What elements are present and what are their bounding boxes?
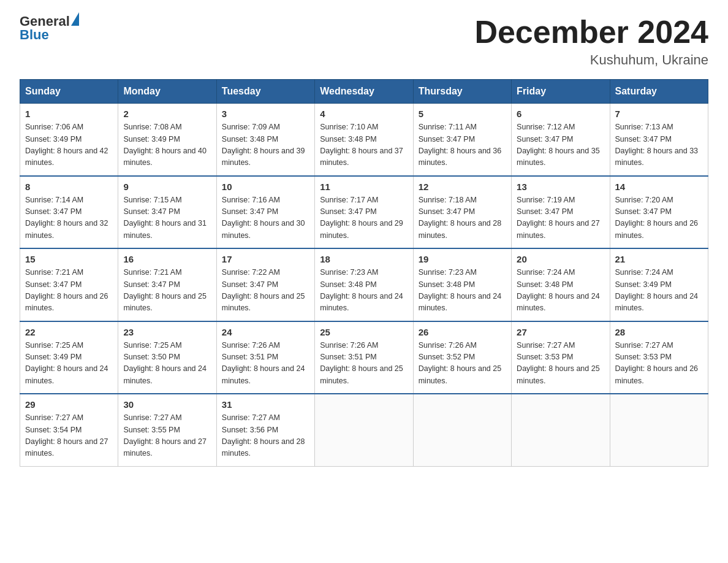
day-number: 31 bbox=[222, 399, 309, 410]
day-number: 6 bbox=[517, 109, 604, 119]
day-number: 10 bbox=[222, 182, 309, 192]
table-row: 11Sunrise: 7:17 AMSunset: 3:47 PMDayligh… bbox=[315, 176, 413, 249]
day-number: 23 bbox=[123, 327, 211, 337]
table-row: 15Sunrise: 7:21 AMSunset: 3:47 PMDayligh… bbox=[20, 248, 118, 321]
table-row: 14Sunrise: 7:20 AMSunset: 3:47 PMDayligh… bbox=[610, 176, 708, 249]
calendar-week-row: 29Sunrise: 7:27 AMSunset: 3:54 PMDayligh… bbox=[20, 394, 708, 466]
day-info: Sunrise: 7:26 AMSunset: 3:51 PMDaylight:… bbox=[320, 340, 408, 388]
location-title: Kushuhum, Ukraine bbox=[474, 52, 708, 68]
day-number: 24 bbox=[222, 327, 309, 337]
day-info: Sunrise: 7:20 AMSunset: 3:47 PMDaylight:… bbox=[615, 194, 703, 242]
day-info: Sunrise: 7:15 AMSunset: 3:47 PMDaylight:… bbox=[123, 194, 211, 242]
calendar-week-row: 1Sunrise: 7:06 AMSunset: 3:49 PMDaylight… bbox=[20, 104, 708, 176]
table-row: 23Sunrise: 7:25 AMSunset: 3:50 PMDayligh… bbox=[118, 321, 216, 394]
day-number: 28 bbox=[615, 327, 703, 337]
day-info: Sunrise: 7:09 AMSunset: 3:48 PMDaylight:… bbox=[222, 121, 309, 169]
day-info: Sunrise: 7:21 AMSunset: 3:47 PMDaylight:… bbox=[25, 267, 113, 315]
table-row: 30Sunrise: 7:27 AMSunset: 3:55 PMDayligh… bbox=[118, 394, 216, 466]
day-number: 14 bbox=[615, 182, 703, 192]
day-number: 8 bbox=[25, 182, 113, 192]
table-row: 21Sunrise: 7:24 AMSunset: 3:49 PMDayligh… bbox=[610, 248, 708, 321]
calendar-week-row: 15Sunrise: 7:21 AMSunset: 3:47 PMDayligh… bbox=[20, 248, 708, 321]
day-info: Sunrise: 7:25 AMSunset: 3:50 PMDaylight:… bbox=[123, 340, 211, 388]
day-info: Sunrise: 7:25 AMSunset: 3:49 PMDaylight:… bbox=[25, 340, 113, 388]
logo-general-text: General bbox=[20, 15, 70, 28]
calendar-table: Sunday Monday Tuesday Wednesday Thursday… bbox=[20, 79, 708, 467]
table-row: 9Sunrise: 7:15 AMSunset: 3:47 PMDaylight… bbox=[118, 176, 216, 249]
table-row: 31Sunrise: 7:27 AMSunset: 3:56 PMDayligh… bbox=[216, 394, 314, 466]
calendar-title-area: December 2024 Kushuhum, Ukraine bbox=[474, 15, 708, 68]
day-number: 12 bbox=[419, 182, 506, 192]
day-info: Sunrise: 7:24 AMSunset: 3:48 PMDaylight:… bbox=[517, 267, 604, 315]
table-row: 18Sunrise: 7:23 AMSunset: 3:48 PMDayligh… bbox=[315, 248, 413, 321]
day-info: Sunrise: 7:14 AMSunset: 3:47 PMDaylight:… bbox=[25, 194, 113, 242]
day-number: 30 bbox=[123, 399, 211, 410]
table-row: 22Sunrise: 7:25 AMSunset: 3:49 PMDayligh… bbox=[20, 321, 118, 394]
month-title: December 2024 bbox=[474, 15, 708, 50]
table-row: 20Sunrise: 7:24 AMSunset: 3:48 PMDayligh… bbox=[512, 248, 610, 321]
table-row: 17Sunrise: 7:22 AMSunset: 3:47 PMDayligh… bbox=[216, 248, 314, 321]
day-info: Sunrise: 7:27 AMSunset: 3:53 PMDaylight:… bbox=[517, 340, 604, 388]
day-info: Sunrise: 7:22 AMSunset: 3:47 PMDaylight:… bbox=[222, 267, 309, 315]
day-number: 21 bbox=[615, 254, 703, 264]
header-thursday: Thursday bbox=[413, 80, 511, 104]
day-info: Sunrise: 7:19 AMSunset: 3:47 PMDaylight:… bbox=[517, 194, 604, 242]
day-info: Sunrise: 7:10 AMSunset: 3:48 PMDaylight:… bbox=[320, 121, 408, 169]
day-number: 11 bbox=[320, 182, 408, 192]
day-number: 29 bbox=[25, 399, 113, 410]
day-info: Sunrise: 7:12 AMSunset: 3:47 PMDaylight:… bbox=[517, 121, 604, 169]
day-info: Sunrise: 7:23 AMSunset: 3:48 PMDaylight:… bbox=[419, 267, 506, 315]
day-number: 1 bbox=[25, 109, 113, 119]
table-row bbox=[610, 394, 708, 466]
table-row: 24Sunrise: 7:26 AMSunset: 3:51 PMDayligh… bbox=[216, 321, 314, 394]
table-row: 13Sunrise: 7:19 AMSunset: 3:47 PMDayligh… bbox=[512, 176, 610, 249]
day-number: 3 bbox=[222, 109, 309, 119]
logo-blue-text: Blue bbox=[20, 27, 49, 42]
day-number: 9 bbox=[123, 182, 211, 192]
day-number: 15 bbox=[25, 254, 113, 264]
day-number: 16 bbox=[123, 254, 211, 264]
table-row: 27Sunrise: 7:27 AMSunset: 3:53 PMDayligh… bbox=[512, 321, 610, 394]
table-row: 29Sunrise: 7:27 AMSunset: 3:54 PMDayligh… bbox=[20, 394, 118, 466]
day-number: 17 bbox=[222, 254, 309, 264]
header-monday: Monday bbox=[118, 80, 216, 104]
day-number: 2 bbox=[123, 109, 211, 119]
day-number: 19 bbox=[419, 254, 506, 264]
day-number: 26 bbox=[419, 327, 506, 337]
day-info: Sunrise: 7:11 AMSunset: 3:47 PMDaylight:… bbox=[419, 121, 506, 169]
day-info: Sunrise: 7:27 AMSunset: 3:53 PMDaylight:… bbox=[615, 340, 703, 388]
table-row: 7Sunrise: 7:13 AMSunset: 3:47 PMDaylight… bbox=[610, 104, 708, 176]
table-row: 16Sunrise: 7:21 AMSunset: 3:47 PMDayligh… bbox=[118, 248, 216, 321]
table-row: 26Sunrise: 7:26 AMSunset: 3:52 PMDayligh… bbox=[413, 321, 511, 394]
calendar-week-row: 22Sunrise: 7:25 AMSunset: 3:49 PMDayligh… bbox=[20, 321, 708, 394]
day-info: Sunrise: 7:23 AMSunset: 3:48 PMDaylight:… bbox=[320, 267, 408, 315]
header-wednesday: Wednesday bbox=[315, 80, 413, 104]
table-row: 10Sunrise: 7:16 AMSunset: 3:47 PMDayligh… bbox=[216, 176, 314, 249]
table-row bbox=[413, 394, 511, 466]
day-info: Sunrise: 7:26 AMSunset: 3:51 PMDaylight:… bbox=[222, 340, 309, 388]
header-friday: Friday bbox=[512, 80, 610, 104]
logo-triangle-icon bbox=[71, 12, 79, 26]
header-sunday: Sunday bbox=[20, 80, 118, 104]
day-number: 27 bbox=[517, 327, 604, 337]
table-row: 25Sunrise: 7:26 AMSunset: 3:51 PMDayligh… bbox=[315, 321, 413, 394]
day-info: Sunrise: 7:06 AMSunset: 3:49 PMDaylight:… bbox=[25, 121, 113, 169]
weekday-header-row: Sunday Monday Tuesday Wednesday Thursday… bbox=[20, 80, 708, 104]
day-number: 7 bbox=[615, 109, 703, 119]
table-row bbox=[512, 394, 610, 466]
day-number: 22 bbox=[25, 327, 113, 337]
day-number: 5 bbox=[419, 109, 506, 119]
day-info: Sunrise: 7:24 AMSunset: 3:49 PMDaylight:… bbox=[615, 267, 703, 315]
day-number: 13 bbox=[517, 182, 604, 192]
table-row: 5Sunrise: 7:11 AMSunset: 3:47 PMDaylight… bbox=[413, 104, 511, 176]
day-info: Sunrise: 7:26 AMSunset: 3:52 PMDaylight:… bbox=[419, 340, 506, 388]
day-info: Sunrise: 7:16 AMSunset: 3:47 PMDaylight:… bbox=[222, 194, 309, 242]
table-row: 4Sunrise: 7:10 AMSunset: 3:48 PMDaylight… bbox=[315, 104, 413, 176]
header-saturday: Saturday bbox=[610, 80, 708, 104]
day-info: Sunrise: 7:08 AMSunset: 3:49 PMDaylight:… bbox=[123, 121, 211, 169]
page-header: General Blue December 2024 Kushuhum, Ukr… bbox=[20, 15, 708, 68]
calendar-week-row: 8Sunrise: 7:14 AMSunset: 3:47 PMDaylight… bbox=[20, 176, 708, 249]
table-row: 8Sunrise: 7:14 AMSunset: 3:47 PMDaylight… bbox=[20, 176, 118, 249]
day-number: 20 bbox=[517, 254, 604, 264]
table-row: 28Sunrise: 7:27 AMSunset: 3:53 PMDayligh… bbox=[610, 321, 708, 394]
